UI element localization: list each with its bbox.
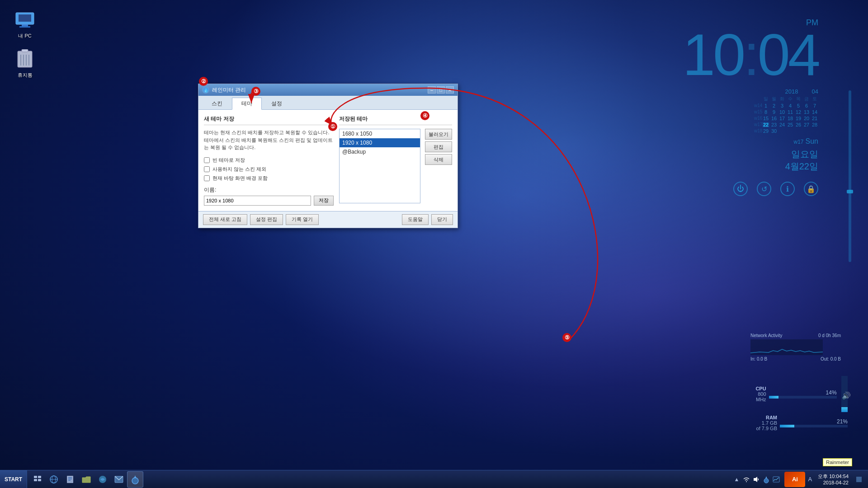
dialog-controls: – □ ✕ (428, 86, 454, 94)
tab-settings[interactable]: 설정 (262, 98, 292, 109)
weekday: 일요일 (754, 148, 818, 160)
svg-text:💧: 💧 (203, 88, 209, 93)
trash-label: 휴지통 (18, 72, 33, 79)
theme-item-1680[interactable]: 1680 x 1050 (340, 129, 420, 138)
svg-rect-16 (34, 479, 37, 481)
help-button[interactable]: 도움말 (402, 214, 429, 225)
dialog-titlebar[interactable]: 💧 레인미터 관리 – □ ✕ (198, 84, 458, 96)
svg-marker-28 (754, 477, 757, 482)
cpu-label: CPU (755, 386, 766, 391)
wallpaper-checkbox[interactable] (204, 175, 210, 181)
svg-rect-5 (22, 49, 28, 52)
tab-theme[interactable]: 테마 (232, 98, 262, 110)
tray-volume[interactable] (752, 475, 760, 483)
ram-percent: 21% (837, 418, 848, 425)
taskbar-taskview[interactable] (29, 471, 46, 488)
delete-theme-button[interactable]: 삭제 (425, 154, 452, 165)
svg-rect-17 (38, 479, 41, 481)
theme-item-backup[interactable]: @Backup (340, 147, 420, 156)
speaker-icon: 🔊 (842, 391, 851, 400)
taskbar: START ▲ (0, 470, 868, 488)
ram-label: RAM (766, 415, 777, 420)
maximize-button[interactable]: □ (437, 86, 445, 94)
rainmeter-tooltip: Rainmeter (823, 458, 852, 466)
name-field-label: 이름: (204, 186, 216, 194)
trash-icon[interactable]: 휴지통 (9, 48, 41, 79)
network-time: 0 d 0h 36m (818, 333, 841, 338)
clock-date: 2018-04-22 (818, 480, 849, 485)
annotation-circle-1: ① (328, 122, 337, 131)
notification-area[interactable] (856, 477, 862, 482)
name-input-row: 저장 (204, 196, 334, 206)
open-log-button[interactable]: 기록 열기 (286, 214, 319, 225)
network-in: In: 0.0 B (750, 357, 767, 361)
taskbar-explorer[interactable] (78, 471, 94, 488)
theme-description: 테마는 현재 스킨의 배치를 저장하고 복원할 수 있습니다. 테마에서 스킨의… (204, 129, 334, 151)
network-widget: Network Activity 0 d 0h 36m In: 0.0 B Ou… (750, 333, 841, 361)
theme-action-buttons: 불러오기 편집 삭제 (425, 129, 452, 203)
edit-settings-button[interactable]: 설정 편집 (250, 214, 283, 225)
cal-year: 2018 (785, 88, 798, 95)
close-button[interactable]: ✕ (446, 86, 454, 94)
time-display: 10:04 (683, 28, 818, 81)
taskbar-right: ▲ Ai A 오후 10:04:54 2018- (732, 472, 868, 487)
edit-theme-button[interactable]: 편집 (425, 141, 452, 152)
refresh-all-button[interactable]: 전체 새로 고침 (203, 214, 247, 225)
taskbar-notes[interactable] (62, 471, 78, 488)
week-num: w17 (794, 139, 804, 145)
rainmeter-dialog: 💧 레인미터 관리 – □ ✕ 스킨 테마 설정 새 테마 저장 테마는 현재 … (198, 84, 458, 228)
checkbox-empty-theme: 빈 테마로 저장 (204, 157, 334, 164)
lock-button[interactable]: 🔒 (804, 182, 818, 196)
checkbox-unused-skin: 사용하지 않는 스킨 제외 (204, 166, 334, 173)
theme-item-1920[interactable]: 868 x 488 (340, 138, 420, 147)
annotation-circle-4: ④ (420, 111, 429, 120)
taskbar-browser[interactable] (94, 471, 111, 488)
taskbar-mail[interactable] (111, 471, 127, 488)
taskbar-rainmeter[interactable] (127, 471, 143, 488)
theme-name-input[interactable] (204, 196, 311, 206)
tray-rainmeter-icon[interactable] (762, 475, 770, 483)
cal-row-2: w15 8 9 10 11 12 13 14 (754, 109, 818, 115)
lang-indicator: A (808, 476, 812, 483)
cal-row-4: w17 22 23 24 25 26 27 28 (754, 122, 818, 127)
cpu-ram-widget: CPU 800 MHz 14% RAM 1.7 GB of 7.9 GB 21% (748, 376, 848, 434)
dialog-title: 레인미터 관리 (212, 86, 428, 94)
tray-graph-icon[interactable] (772, 475, 780, 483)
ram-bar-fill (780, 425, 794, 427)
close-dialog-button[interactable]: 닫기 (431, 214, 453, 225)
desktop-icons: 내 PC 휴지통 (9, 9, 41, 79)
load-theme-button[interactable]: 불러오기 (425, 129, 452, 140)
tray-arrow[interactable]: ▲ (732, 475, 741, 483)
unused-skin-checkbox[interactable] (204, 166, 210, 172)
my-pc-icon[interactable]: 내 PC (9, 9, 41, 39)
clock-time: 오후 10:04:54 (818, 473, 849, 480)
minimize-button[interactable]: – (428, 86, 436, 94)
right-panel: 저장된 테마 1680 x 1050 868 x 488 @Backup 불… (339, 115, 452, 206)
wallpaper-label: 현재 바탕 화면 배경 포함 (212, 175, 268, 182)
volume-slider[interactable] (845, 90, 854, 271)
date-day: 4월22일 (754, 160, 818, 173)
svg-rect-30 (773, 477, 779, 482)
saved-themes-area: 1680 x 1050 868 x 488 @Backup 불러오기 편집 … (339, 129, 452, 203)
ai-button[interactable]: Ai (784, 472, 805, 487)
themes-list[interactable]: 1680 x 1050 868 x 488 @Backup (339, 129, 420, 203)
tab-skin[interactable]: 스킨 (202, 98, 232, 109)
rainmeter-clock-widget: PM 10:04 2018 04 일 월 화 수 목 (683, 14, 854, 196)
network-title: Network Activity (750, 333, 783, 338)
svg-point-27 (132, 478, 138, 484)
cpu-row: CPU 800 MHz 14% (748, 376, 848, 412)
taskbar-ie[interactable] (46, 471, 62, 488)
info-button[interactable]: ℹ (780, 182, 795, 196)
tray-network[interactable] (742, 475, 750, 483)
dialog-toolbar: 전체 새로 고침 설정 편집 기록 열기 도움말 닫기 (198, 211, 458, 228)
power-button[interactable]: ⏻ (733, 182, 748, 196)
dialog-tabs: 스킨 테마 설정 (198, 96, 458, 110)
cpu-vertical-fill (841, 407, 848, 412)
refresh-button[interactable]: ↺ (757, 182, 771, 196)
cal-row-3: w16 15 16 17 18 19 20 21 (754, 116, 818, 121)
start-button[interactable]: START (0, 470, 27, 488)
empty-theme-checkbox[interactable] (204, 157, 210, 163)
svg-rect-1 (19, 14, 31, 22)
unused-skin-label: 사용하지 않는 스킨 제외 (212, 166, 266, 173)
save-theme-button[interactable]: 저장 (314, 196, 334, 206)
